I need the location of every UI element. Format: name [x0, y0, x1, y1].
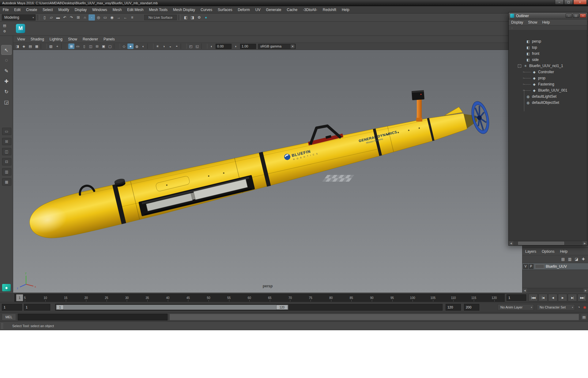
lasso-tool-icon[interactable]: ◌ [1, 55, 12, 65]
snap-to-projected-center-icon[interactable]: ◎ [95, 14, 102, 21]
layout-single-icon[interactable]: ▭ [2, 128, 11, 135]
outliner-minimize-button[interactable]: – [566, 13, 572, 18]
input-connections-icon[interactable]: → [115, 14, 122, 21]
snap-to-grid-icon[interactable]: ⊞ [75, 14, 81, 21]
time-tick[interactable]: 45 [178, 294, 198, 301]
vp-ssao-icon[interactable]: ◒ [167, 43, 173, 49]
range-start-handle[interactable]: 1 [56, 305, 64, 310]
outliner-item[interactable]: − ◆ prop [509, 75, 587, 81]
vp-exposure-icon[interactable]: ◖ [208, 43, 214, 49]
layers-empty-icon[interactable]: ▥ [567, 256, 573, 262]
vp-motion-blur-icon[interactable]: ◓ [174, 43, 180, 49]
new-scene-icon[interactable]: ▯ [41, 14, 48, 21]
time-tick[interactable]: 55 [219, 294, 239, 301]
outliner-item[interactable]: − ◆ Controller [509, 69, 587, 75]
expander-icon[interactable]: − [518, 64, 521, 68]
layout-three-top-icon[interactable]: ◫ [2, 148, 11, 155]
layers-new-from-selected-icon[interactable]: ◪ [574, 256, 579, 262]
panel-menu-item[interactable]: Lighting [47, 36, 65, 43]
vp-xray-icon[interactable]: ◱ [194, 43, 200, 49]
vp-use-default-material-icon[interactable]: ◐ [140, 43, 146, 49]
menu-item[interactable]: Deform [235, 6, 252, 13]
render-frame-icon[interactable]: ◧ [183, 14, 189, 21]
vp-select-camera-icon[interactable]: ◨ [14, 43, 21, 49]
time-tick[interactable]: 65 [260, 294, 280, 301]
playback-range-bar[interactable]: 1 120 [56, 305, 288, 310]
layout-outliner-icon[interactable]: ▦ [2, 178, 11, 186]
layer-editor-scrollbar[interactable]: ◀ ▶ [522, 288, 588, 293]
viewport-3d-canvas[interactable]: BLUEFIN R O B O T I C S GENERAL DYNAMICS… [13, 50, 522, 293]
vp-wireframe-icon[interactable]: ◇ [121, 43, 127, 49]
outliner-title-bar[interactable]: Outliner – ▢ × [509, 13, 587, 19]
vp-shaded-icon[interactable]: ● [127, 43, 134, 49]
menu-item[interactable]: Mesh Display [170, 6, 198, 13]
menu-item[interactable]: File [0, 6, 11, 13]
animation-preferences-icon[interactable]: ◔ [576, 304, 582, 310]
vp-textured-icon[interactable]: ◍ [134, 43, 140, 49]
layer-editor-menu-item[interactable]: Help [557, 248, 570, 255]
outliner-filter-icon[interactable]: ◌ [510, 26, 514, 30]
gamma-field[interactable] [240, 44, 256, 49]
command-language-toggle[interactable]: MEL [2, 314, 16, 320]
time-tick[interactable]: 35 [137, 294, 158, 301]
menu-item[interactable]: Edit [11, 6, 23, 13]
snap-to-view-plane-icon[interactable]: ▭ [102, 14, 108, 21]
panel-menu-item[interactable]: Show [65, 36, 80, 43]
range-slider-track[interactable]: 1 120 [55, 304, 443, 311]
outliner-item[interactable]: − ◍ defaultLightSet [509, 93, 587, 100]
minimize-button[interactable]: – [555, 0, 564, 5]
exposure-field[interactable] [216, 44, 232, 49]
time-tick[interactable]: 40 [157, 294, 178, 301]
scroll-left-icon[interactable]: ◀ [522, 288, 527, 293]
time-tick[interactable]: 30 [117, 294, 137, 301]
menu-item[interactable]: Create [23, 6, 40, 13]
make-live-icon[interactable]: ◉ [109, 14, 115, 21]
scale-tool-icon[interactable]: ◲ [1, 97, 12, 107]
layout-three-side-icon[interactable]: ⊟ [2, 158, 11, 165]
snap-to-curve-icon[interactable]: ∩ [82, 14, 88, 21]
title-bar[interactable]: Autodesk Maya 2016: C:\Users\AMDA8\Deskt… [0, 0, 588, 6]
layer-editor-menu-item[interactable]: Layers [522, 248, 539, 255]
menu-set-selector[interactable]: Modeling ▼ [2, 14, 36, 21]
restore-button[interactable]: ▢ [564, 0, 573, 5]
character-set-dropdown[interactable]: No Character Set ▼ [537, 304, 575, 310]
menu-item[interactable]: Cache [284, 6, 300, 13]
command-input[interactable] [18, 314, 168, 320]
play-backwards-button[interactable]: ◀ [548, 294, 557, 301]
move-tool-icon[interactable]: ✚ [1, 76, 12, 86]
time-tick[interactable]: 120 [484, 294, 504, 301]
time-tick[interactable]: 5 [15, 294, 35, 301]
time-tick[interactable]: 110 [443, 294, 464, 301]
menu-item[interactable]: Mesh Tools [146, 6, 170, 13]
time-tick[interactable]: 85 [341, 294, 362, 301]
outliner-item[interactable]: − ◧ persp [509, 38, 587, 44]
render-view-icon[interactable]: ● [203, 14, 209, 21]
menu-item[interactable]: Modify [55, 6, 72, 13]
view-transform-dropdown[interactable]: sRGB gamma ▼ [258, 44, 296, 49]
select-tool-icon[interactable]: ↖ [1, 45, 12, 55]
menu-item[interactable]: Curves [198, 6, 215, 13]
time-tick[interactable]: 15 [55, 294, 76, 301]
layers-sort-icon[interactable]: ▤ [560, 256, 566, 262]
vp-gate-mask-icon[interactable]: ◫ [88, 43, 94, 49]
scroll-left-icon[interactable]: ◀ [509, 241, 513, 245]
outliner-item[interactable]: − ◆ Bluefin_UUV_001 [509, 87, 587, 93]
vp-film-gate-icon[interactable]: ▭ [75, 43, 81, 49]
panel-menu-item[interactable]: Renderer [80, 36, 101, 43]
command-result-field[interactable] [169, 314, 579, 320]
auto-keyframe-icon[interactable]: ◉ [582, 304, 588, 310]
vp-safe-title-icon[interactable]: ▢ [107, 43, 113, 49]
outliner-item[interactable]: − ◧ side [509, 57, 587, 63]
outliner-scrollbar[interactable]: ◀ ▶ [509, 241, 587, 245]
vp-2d-pan-zoom-icon[interactable]: + [54, 43, 60, 49]
viewport-3d-scene[interactable]: BLUEFIN R O B O T I C S GENERAL DYNAMICS… [13, 50, 522, 293]
layers-new-icon[interactable]: ✚ [580, 256, 586, 262]
ipr-render-icon[interactable]: ◨ [189, 14, 196, 21]
time-tick[interactable]: 70 [280, 294, 300, 301]
current-time-field[interactable] [507, 294, 526, 301]
outliner-item[interactable]: − ◆ Fastening [509, 81, 587, 87]
time-tick[interactable]: 20 [76, 294, 96, 301]
go-to-start-button[interactable]: |◀◀ [529, 294, 538, 301]
vp-image-plane-icon[interactable]: ▧ [48, 43, 54, 49]
range-end-handle[interactable]: 120 [276, 305, 288, 310]
